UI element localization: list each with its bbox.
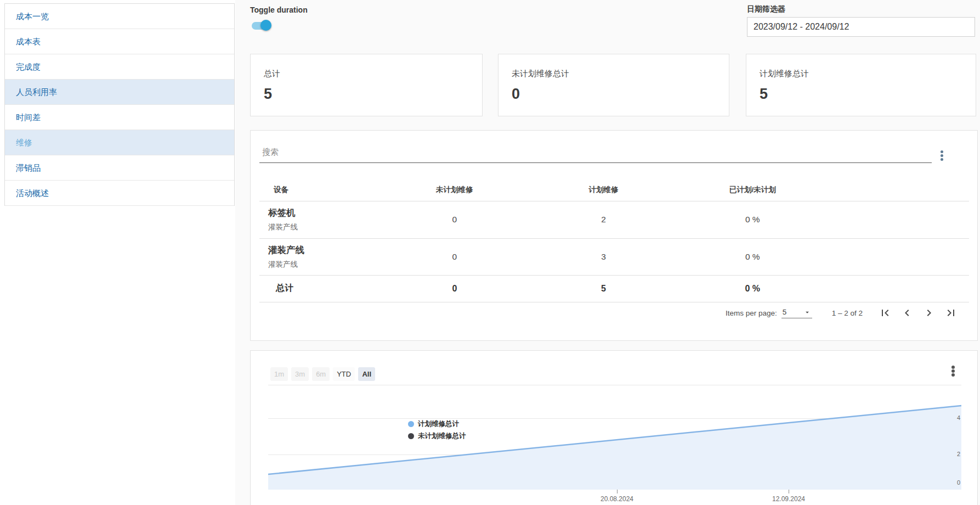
range-button-ytd[interactable]: YTD — [333, 367, 355, 381]
toggle-duration-control: Toggle duration — [250, 5, 308, 31]
table-total-row: 总计 0 5 0 % — [259, 275, 969, 302]
items-per-page-label: Items per page: — [726, 309, 777, 317]
dropdown-arrow-icon — [803, 308, 811, 316]
total-ratio: 0 % — [678, 275, 827, 302]
sidebar: 成本一览 成本表 完成度 人员利用率 时间差 维修 滞销品 活动概述 — [4, 3, 235, 206]
cell-unplanned: 0 — [380, 201, 529, 238]
cell-ratio: 0 % — [678, 238, 827, 275]
first-page-icon[interactable] — [878, 306, 892, 320]
legend-marker-icon — [408, 421, 414, 427]
range-button-3m[interactable]: 3m — [291, 367, 309, 381]
stat-label: 计划维修总计 — [760, 69, 809, 79]
x-axis-tick — [617, 490, 618, 493]
legend-label: 计划维修总计 — [418, 419, 459, 429]
total-planned: 5 — [529, 275, 678, 302]
range-button-6m[interactable]: 6m — [312, 367, 330, 381]
legend-marker-icon — [408, 433, 414, 439]
y-axis-tick-label: 4 — [957, 414, 960, 421]
table-kebab-menu-icon[interactable] — [935, 149, 948, 165]
range-button-all[interactable]: All — [358, 367, 375, 381]
chart-kebab-menu-icon[interactable] — [947, 365, 960, 380]
table-row[interactable]: 标签机 灌装产线 0 2 0 % — [259, 201, 969, 238]
search-underline — [259, 162, 932, 163]
device-name: 标签机 — [268, 207, 380, 219]
column-header-device[interactable]: 设备 — [259, 179, 380, 201]
duration-toggle-switch[interactable] — [250, 19, 273, 31]
last-page-icon[interactable] — [944, 306, 958, 320]
maintenance-chart-card: 1m 3m 6m YTD All 计划维修总计 未计划维修总计 4 2 0 — [250, 350, 978, 505]
column-header-planned[interactable]: 计划维修 — [529, 179, 678, 201]
cell-planned: 3 — [529, 238, 678, 275]
stat-card-total: 总计 5 — [250, 54, 483, 116]
stat-card-planned-total: 计划维修总计 5 — [746, 54, 976, 116]
sidebar-item-slow-movers[interactable]: 滞销品 — [5, 155, 234, 181]
chart-plot-area: 计划维修总计 未计划维修总计 4 2 0 20.08.2024 12.09.20… — [268, 385, 961, 489]
range-selector: 1m 3m 6m YTD All — [270, 367, 375, 381]
legend-item-unplanned[interactable]: 未计划维修总计 — [408, 431, 466, 441]
sidebar-item-completion[interactable]: 完成度 — [5, 54, 234, 80]
sidebar-item-staff-utilization[interactable]: 人员利用率 — [5, 80, 234, 105]
chart-legend: 计划维修总计 未计划维修总计 — [408, 419, 466, 444]
paginator: Items per page: 5 1 – 2 of 2 — [251, 301, 958, 325]
paginator-range-label: 1 – 2 of 2 — [832, 309, 863, 317]
range-button-1m[interactable]: 1m — [270, 367, 288, 381]
legend-label: 未计划维修总计 — [418, 431, 466, 441]
stat-label: 未计划维修总计 — [512, 69, 569, 79]
legend-item-planned[interactable]: 计划维修总计 — [408, 419, 466, 429]
sidebar-item-cost-table[interactable]: 成本表 — [5, 29, 234, 54]
sidebar-item-cost-overview[interactable]: 成本一览 — [5, 4, 234, 29]
stat-value: 5 — [760, 86, 768, 103]
area-series — [268, 385, 961, 490]
y-axis-tick-label: 0 — [957, 479, 960, 486]
cell-unplanned: 0 — [380, 238, 529, 275]
sidebar-item-maintenance[interactable]: 维修 — [5, 130, 234, 155]
items-per-page-value: 5 — [783, 308, 787, 316]
toggle-duration-label: Toggle duration — [250, 5, 308, 14]
cell-ratio: 0 % — [678, 201, 827, 238]
x-axis-tick-label: 12.09.2024 — [756, 495, 822, 503]
y-axis-tick-label: 2 — [957, 451, 960, 457]
maintenance-table-card: 搜索 设备 未计划维修 计划维修 已计划/未计划 标签机 灌装产线 0 2 0 … — [250, 130, 978, 341]
device-line: 灌装产线 — [268, 260, 380, 270]
date-range-input[interactable] — [747, 17, 975, 37]
total-unplanned: 0 — [380, 275, 529, 302]
device-line: 灌装产线 — [268, 222, 380, 232]
total-label: 总计 — [259, 275, 380, 302]
stat-value: 5 — [264, 86, 272, 103]
stat-value: 0 — [512, 86, 520, 103]
cell-planned: 2 — [529, 201, 678, 238]
column-header-ratio[interactable]: 已计划/未计划 — [678, 179, 827, 201]
toggle-thumb — [260, 20, 271, 31]
next-page-icon[interactable] — [922, 306, 936, 320]
date-filter-label: 日期筛选器 — [747, 4, 975, 14]
x-axis-tick-label: 20.08.2024 — [584, 495, 650, 503]
stat-label: 总计 — [264, 69, 280, 79]
search-input[interactable]: 搜索 — [262, 147, 279, 158]
previous-page-icon[interactable] — [900, 306, 914, 320]
device-name: 灌装产线 — [268, 244, 380, 256]
table-row[interactable]: 灌装产线 灌装产线 0 3 0 % — [259, 238, 969, 275]
column-header-unplanned[interactable]: 未计划维修 — [380, 179, 529, 201]
sidebar-item-activity-overview[interactable]: 活动概述 — [5, 181, 234, 206]
table-header-row: 设备 未计划维修 计划维修 已计划/未计划 — [259, 179, 969, 201]
maintenance-table: 设备 未计划维修 计划维修 已计划/未计划 标签机 灌装产线 0 2 0 % — [259, 179, 969, 302]
date-filter: 日期筛选器 — [747, 4, 975, 37]
stat-card-unplanned-total: 未计划维修总计 0 — [498, 54, 729, 116]
items-per-page-select[interactable]: 5 — [781, 308, 812, 318]
x-axis-tick — [789, 490, 789, 493]
sidebar-item-time-difference[interactable]: 时间差 — [5, 105, 234, 130]
paginator-nav — [878, 306, 958, 320]
